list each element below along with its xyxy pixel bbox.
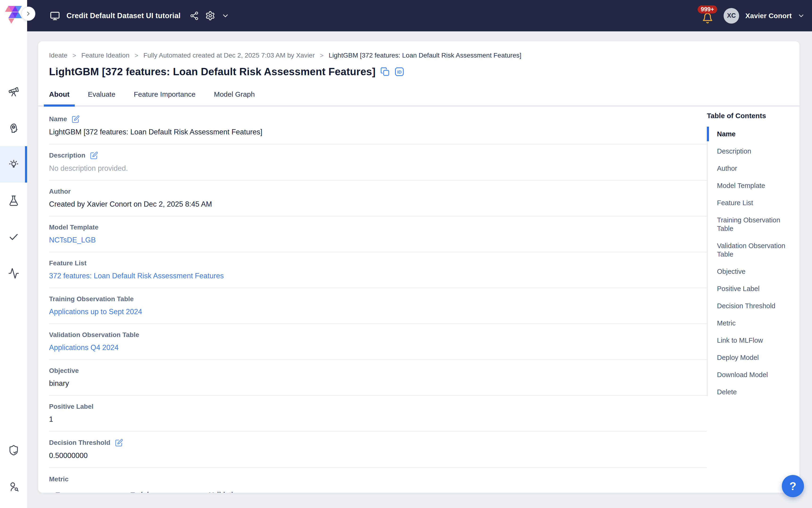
- toc-item-decision-threshold[interactable]: Decision Threshold: [717, 302, 789, 310]
- field-value[interactable]: Applications Q4 2024: [49, 343, 119, 352]
- field-row-training-observation-table: Training Observation TableApplications u…: [49, 288, 707, 324]
- telescope-icon: [8, 86, 19, 97]
- check-icon: [8, 231, 19, 243]
- featurebyte-logo[interactable]: [3, 4, 24, 24]
- metric-column-training: Training: [131, 491, 209, 493]
- field-label: Name: [49, 115, 67, 123]
- toc-item-training-observation-table[interactable]: Training Observation Table: [717, 216, 789, 233]
- field-label: Description: [49, 152, 85, 159]
- field-value[interactable]: 372 features: Loan Default Risk Assessme…: [49, 272, 224, 280]
- field-label: Model Template: [49, 223, 98, 231]
- sidebar-item-explore[interactable]: [0, 74, 27, 110]
- app-screen: Credit Default Dataset UI tutorial 999+ …: [0, 0, 812, 508]
- notifications-bell-icon[interactable]: 999+: [701, 5, 716, 27]
- toc-item-name[interactable]: Name: [717, 130, 789, 138]
- field-label: Objective: [49, 367, 79, 375]
- user-menu-chevron-down-icon[interactable]: [797, 12, 805, 19]
- notifications-badge: 999+: [697, 5, 717, 13]
- metric-column-type: Type: [56, 491, 131, 493]
- tab-about[interactable]: About: [49, 90, 70, 105]
- toc-item-author[interactable]: Author: [717, 164, 789, 173]
- tab-evaluate[interactable]: Evaluate: [88, 90, 116, 105]
- help-button[interactable]: ?: [782, 475, 804, 497]
- avatar[interactable]: XC: [724, 8, 739, 24]
- about-fields: Name LightGBM [372 features: Loan Defaul…: [49, 108, 707, 493]
- field-row-metric: Metric Type Training Validation: [49, 468, 707, 493]
- workspace-menu-chevron-down-icon[interactable]: [221, 12, 229, 20]
- share-button[interactable]: [189, 11, 199, 20]
- top-bar: Credit Default Dataset UI tutorial 999+ …: [27, 0, 812, 31]
- field-row-validation-observation-table: Validation Observation TableApplications…: [49, 324, 707, 360]
- field-label: Validation Observation Table: [49, 331, 139, 339]
- sidebar-item-validate[interactable]: [0, 219, 27, 255]
- field-row-description: Description No description provided.: [49, 144, 707, 181]
- toc-item-model-template[interactable]: Model Template: [717, 181, 789, 190]
- breadcrumb-item-feature-ideation[interactable]: Feature Ideation: [81, 52, 129, 59]
- flask-icon: [8, 195, 19, 206]
- user-search-icon: [8, 481, 19, 492]
- field-row-feature-list: Feature List372 features: Loan Default R…: [49, 252, 707, 288]
- field-value: No description provided.: [49, 164, 707, 173]
- workspace-title: Credit Default Dataset UI tutorial: [66, 11, 181, 20]
- toc-item-link-to-mlflow[interactable]: Link to MLFlow: [717, 336, 789, 345]
- breadcrumb-separator: >: [135, 52, 138, 59]
- field-label: Author: [49, 188, 71, 195]
- metric-column-validation: Validation: [209, 491, 241, 493]
- edit-button[interactable]: [72, 115, 80, 123]
- field-value: 0.50000000: [49, 452, 707, 460]
- field-value[interactable]: NCTsDE_LGB: [49, 236, 96, 244]
- field-row-model-template: Model TemplateNCTsDE_LGB: [49, 216, 707, 252]
- shield-check-icon: [8, 444, 19, 456]
- activity-icon: [8, 268, 19, 279]
- field-row-objective: Objectivebinary: [49, 360, 707, 396]
- sidebar-item-ideate[interactable]: [0, 146, 27, 182]
- tab-feature-importance[interactable]: Feature Importance: [134, 90, 195, 105]
- field-value: LightGBM [372 features: Loan Default Ris…: [49, 128, 707, 136]
- field-value: binary: [49, 379, 707, 388]
- field-value[interactable]: Applications up to Sept 2024: [49, 307, 142, 316]
- copy-icon[interactable]: [380, 67, 390, 76]
- breadcrumb-item-lightgbm-372-features-loan-default-risk-[interactable]: LightGBM [372 features: Loan Default Ris…: [329, 52, 521, 59]
- edit-button[interactable]: [90, 152, 98, 160]
- tab-model-graph[interactable]: Model Graph: [214, 90, 255, 105]
- page-title: LightGBM [372 features: Loan Default Ris…: [49, 66, 375, 78]
- sidebar-nav: [0, 74, 27, 292]
- avatar-initials: XC: [727, 12, 736, 19]
- sidebar-item-experiment[interactable]: [0, 182, 27, 219]
- sidebar-item-user-admin[interactable]: [0, 468, 27, 505]
- help-question-mark: ?: [790, 480, 796, 493]
- toc-item-objective[interactable]: Objective: [717, 267, 789, 276]
- field-label: Positive Label: [49, 403, 93, 410]
- table-of-contents: Table of Contents NameDescriptionAuthorM…: [707, 108, 789, 493]
- breadcrumb-item-ideate[interactable]: Ideate: [49, 52, 67, 59]
- toc-item-description[interactable]: Description: [717, 147, 789, 156]
- lightbulb-icon: [8, 159, 19, 170]
- toc-item-validation-observation-table[interactable]: Validation Observation Table: [717, 242, 789, 258]
- field-row-decision-threshold: Decision Threshold 0.50000000: [49, 432, 707, 468]
- field-label: Training Observation Table: [49, 295, 134, 303]
- field-row-author: AuthorCreated by Xavier Conort on Dec 2,…: [49, 181, 707, 216]
- sidebar-item-think[interactable]: [0, 110, 27, 146]
- toc-item-metric[interactable]: Metric: [717, 319, 789, 327]
- toc-item-deploy-model[interactable]: Deploy Model: [717, 353, 789, 362]
- toc-item-positive-label[interactable]: Positive Label: [717, 285, 789, 293]
- user-name: Xavier Conort: [745, 12, 792, 20]
- field-row-name: Name LightGBM [372 features: Loan Defaul…: [49, 108, 707, 144]
- toc-title: Table of Contents: [707, 112, 789, 120]
- sidebar-bottom: [0, 432, 27, 505]
- sidebar-item-governance[interactable]: [0, 432, 27, 468]
- breadcrumb-item-fully-automated-created-at-dec-2-2025-7-[interactable]: Fully Automated created at Dec 2, 2025 7…: [143, 52, 315, 59]
- gear-button[interactable]: [205, 11, 215, 21]
- toc-item-delete[interactable]: Delete: [717, 388, 789, 396]
- sidebar-item-monitor[interactable]: [0, 255, 27, 292]
- tab-bar: AboutEvaluateFeature ImportanceModel Gra…: [38, 90, 800, 107]
- field-label: Metric: [49, 475, 69, 483]
- brain-gear-icon: [8, 122, 19, 134]
- toc-item-download-model[interactable]: Download Model: [717, 371, 789, 379]
- edit-button[interactable]: [115, 439, 123, 447]
- sidebar-expand-button[interactable]: [21, 7, 35, 21]
- id-icon[interactable]: ID: [395, 67, 404, 77]
- toc-item-feature-list[interactable]: Feature List: [717, 199, 789, 207]
- edit-icon: [90, 152, 98, 160]
- breadcrumb: Ideate>Feature Ideation>Fully Automated …: [38, 41, 800, 59]
